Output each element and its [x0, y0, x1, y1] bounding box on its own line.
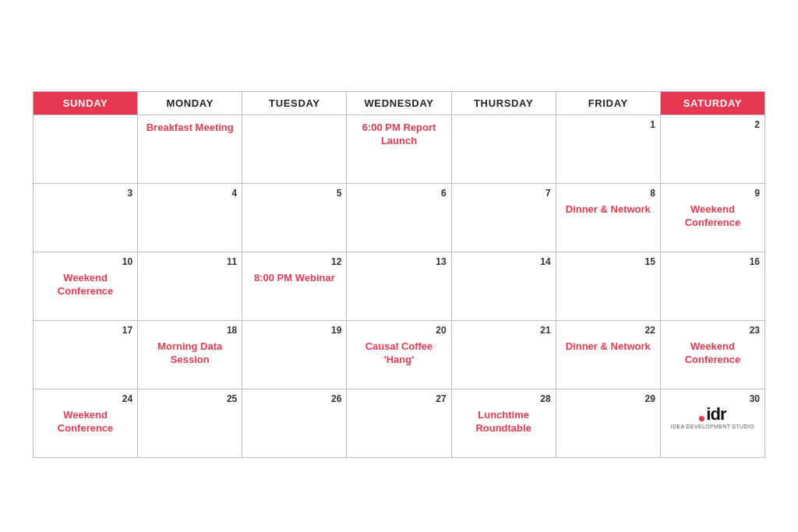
- calendar-event: Causal Coffee 'Hang': [351, 340, 446, 367]
- calendar-cell-week4-day5: 29: [556, 389, 660, 458]
- day-number: 24: [38, 393, 132, 406]
- day-number: 26: [247, 393, 341, 406]
- calendar-cell-week0-day1: Breakfast Meeting: [138, 115, 242, 184]
- calendar-cell-week0-day6: 2: [660, 115, 764, 184]
- calendar-cell-week4-day1: 25: [138, 389, 242, 458]
- calendar-cell-week0-day2: [242, 115, 347, 184]
- calendar-event: 6:00 PM Report Launch: [351, 122, 446, 148]
- calendar-cell-week1-day6: 9Weekend Conference: [660, 184, 764, 252]
- calendar-cell-week3-day6: 23Weekend Conference: [660, 321, 764, 389]
- logo-text: idr: [706, 406, 726, 423]
- calendar-day-header-sunday: SUNDAY: [34, 92, 138, 115]
- calendar-event: Weekend Conference: [666, 340, 760, 367]
- calendar-week-2: 10Weekend Conference11128:00 PM Webinar1…: [34, 252, 765, 321]
- calendar-cell-week0-day4: [451, 115, 556, 184]
- calendar-cell-week0-day5: 1: [556, 115, 660, 184]
- day-number: 6: [351, 187, 446, 200]
- calendar-cell-week1-day4: 7: [451, 184, 556, 252]
- logo-dot: [699, 416, 704, 421]
- day-number: 20: [351, 324, 446, 337]
- calendar-cell-week2-day4: 14: [451, 252, 556, 321]
- calendar-cell-week0-day3: 6:00 PM Report Launch: [347, 115, 451, 184]
- calendar-cell-week4-day2: 26: [242, 389, 347, 458]
- day-number: 25: [143, 393, 237, 406]
- day-number: 16: [666, 255, 760, 269]
- day-number: 28: [457, 393, 551, 406]
- calendar-cell-week1-day3: 6: [347, 184, 451, 252]
- day-number: 15: [561, 255, 655, 269]
- main-container: SUNDAYMONDAYTUESDAYWEDNESDAYTHURSDAYFRID…: [17, 63, 781, 469]
- calendar-cell-week3-day1: 18Morning Data Session: [138, 321, 242, 389]
- calendar-cell-week3-day5: 22Dinner & Network: [556, 321, 660, 389]
- calendar-day-header-saturday: SATURDAY: [660, 92, 764, 115]
- calendar-event: Weekend Conference: [38, 272, 132, 298]
- calendar-cell-week1-day2: 5: [242, 184, 347, 252]
- calendar-event: 8:00 PM Webinar: [247, 272, 341, 285]
- logo: idrIDEA DEVELOPMENT STUDIO: [666, 406, 760, 429]
- calendar-day-header-wednesday: WEDNESDAY: [347, 92, 451, 115]
- day-number: 7: [457, 187, 551, 200]
- calendar-cell-week4-day0: 24Weekend Conference: [34, 389, 138, 458]
- calendar-cell-week3-day2: 19: [242, 321, 347, 389]
- day-number: 27: [351, 393, 446, 406]
- calendar-day-header-friday: FRIDAY: [556, 92, 660, 115]
- calendar-day-header-thursday: THURSDAY: [451, 92, 556, 115]
- calendar-event: Weekend Conference: [666, 203, 760, 230]
- calendar-event: Lunchtime Roundtable: [457, 409, 551, 435]
- day-number: 19: [247, 324, 341, 337]
- calendar-cell-week3-day4: 21: [451, 321, 556, 389]
- day-number: 13: [351, 255, 446, 269]
- calendar-header-row: SUNDAYMONDAYTUESDAYWEDNESDAYTHURSDAYFRID…: [34, 92, 765, 115]
- day-number: 17: [38, 324, 132, 337]
- day-number: 4: [143, 187, 237, 200]
- calendar-day-header-tuesday: TUESDAY: [242, 92, 347, 115]
- calendar-cell-week1-day1: 4: [138, 184, 242, 252]
- calendar-event: Morning Data Session: [143, 340, 237, 367]
- calendar-event: Dinner & Network: [561, 340, 655, 354]
- day-number: 10: [38, 255, 132, 269]
- calendar-week-3: 1718Morning Data Session1920Causal Coffe…: [34, 321, 765, 389]
- calendar-cell-week2-day2: 128:00 PM Webinar: [242, 252, 347, 321]
- calendar-cell-week0-day0: [34, 115, 138, 184]
- day-number: 5: [247, 187, 341, 200]
- calendar-table: SUNDAYMONDAYTUESDAYWEDNESDAYTHURSDAYFRID…: [33, 91, 765, 458]
- calendar-cell-week2-day1: 11: [138, 252, 242, 321]
- calendar-cell-week3-day3: 20Causal Coffee 'Hang': [347, 321, 451, 389]
- logo-subtext: IDEA DEVELOPMENT STUDIO: [671, 424, 754, 429]
- day-number: 14: [457, 255, 551, 269]
- calendar-week-0: Breakfast Meeting6:00 PM Report Launch12: [34, 115, 765, 184]
- calendar-cell-week1-day5: 8Dinner & Network: [556, 184, 660, 252]
- calendar-cell-week4-day3: 27: [347, 389, 451, 458]
- calendar-cell-week1-day0: 3: [34, 184, 138, 252]
- day-number: 23: [666, 324, 760, 337]
- calendar-week-1: 345678Dinner & Network9Weekend Conferenc…: [34, 184, 765, 252]
- day-number: 2: [666, 118, 760, 132]
- calendar-cell-week2-day6: 16: [660, 252, 764, 321]
- day-number: 1: [561, 118, 655, 132]
- calendar-cell-week3-day0: 17: [34, 321, 138, 389]
- calendar-cell-week2-day5: 15: [556, 252, 660, 321]
- calendar-cell-week4-day6: 30idrIDEA DEVELOPMENT STUDIO: [660, 389, 764, 458]
- day-number: 29: [561, 393, 655, 406]
- calendar-event: Dinner & Network: [561, 203, 655, 217]
- calendar-event: Breakfast Meeting: [143, 122, 237, 135]
- day-number: 22: [561, 324, 655, 337]
- day-number: 11: [143, 255, 237, 269]
- day-number: 21: [457, 324, 551, 337]
- day-number: 18: [143, 324, 237, 337]
- calendar-cell-week2-day0: 10Weekend Conference: [34, 252, 138, 321]
- calendar-week-4: 24Weekend Conference25262728Lunchtime Ro…: [34, 389, 765, 458]
- calendar-cell-week2-day3: 13: [347, 252, 451, 321]
- calendar-cell-week4-day4: 28Lunchtime Roundtable: [451, 389, 556, 458]
- day-number: 8: [561, 187, 655, 200]
- calendar-day-header-monday: MONDAY: [138, 92, 242, 115]
- calendar-event: Weekend Conference: [38, 409, 132, 435]
- day-number: 12: [247, 255, 341, 269]
- day-number: 9: [666, 187, 760, 200]
- day-number: 3: [38, 187, 132, 200]
